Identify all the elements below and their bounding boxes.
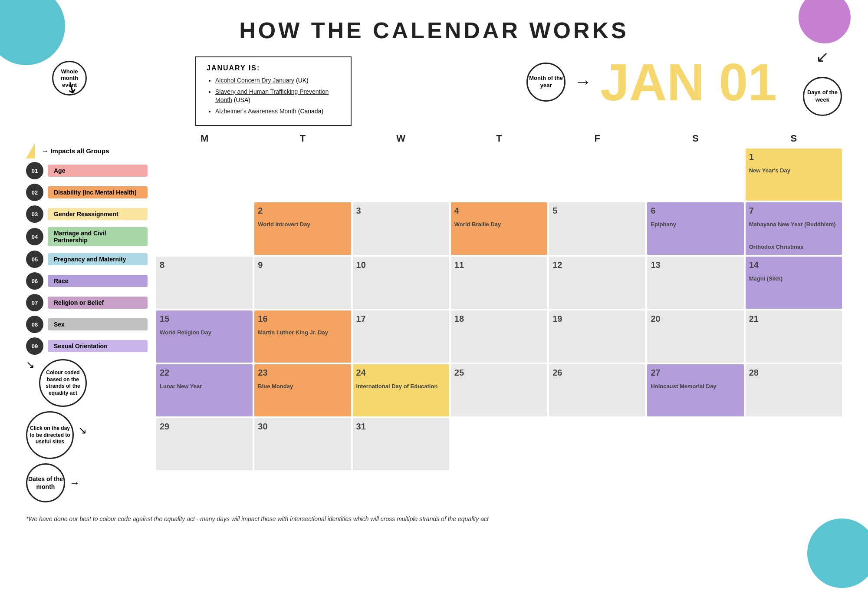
cal-header-cell: T <box>254 130 351 147</box>
trafficking-link[interactable]: Slavery and Human Trafficking Prevention… <box>215 88 329 104</box>
legend-item: 05 Pregnancy and Maternity <box>26 251 148 268</box>
dates-arrow: → <box>69 477 80 489</box>
legend-item: 04 Marriage and Civil Partnership <box>26 227 148 246</box>
cal-cell-day-22[interactable]: 22Lunar New Year <box>156 364 253 416</box>
cal-cell-day-27[interactable]: 27Holocaust Memorial Day <box>647 364 743 416</box>
january-events-list: Alcohol Concern Dry January (UK) Slavery… <box>207 76 340 116</box>
cal-cell-day-14[interactable]: 14Maghi (Sikh) <box>746 257 842 309</box>
legend-num: 04 <box>26 228 43 245</box>
deco-circle-bottom-right <box>807 518 868 588</box>
colour-annotation-bubble: Colour coded based on the strands of the… <box>39 359 87 407</box>
cal-cell-day-3[interactable]: 3 <box>353 202 449 255</box>
legend-label: Religion or Belief <box>48 297 148 309</box>
alzheimers-link[interactable]: Alzheimer's Awareness Month <box>215 108 296 115</box>
month-display: Month of the year → JAN 01 ↙ Days of the… <box>365 48 842 116</box>
calendar-header: MTWTFSS <box>156 130 842 147</box>
cal-cell-empty <box>746 418 842 470</box>
january-heading: JANUARY IS: <box>207 64 340 72</box>
cal-cell-day-20[interactable]: 20 <box>647 310 743 363</box>
click-annotation-area: Click on the day to be directed to usefu… <box>26 411 148 459</box>
cal-cell-day-26[interactable]: 26 <box>549 364 645 416</box>
cal-cell-day-6[interactable]: 6Epiphany <box>647 202 743 255</box>
legend-label: Age <box>48 165 148 177</box>
calendar-row-1: 1 New Year's Day <box>156 149 842 201</box>
cal-cell-day-24[interactable]: 24International Day of Education <box>353 364 449 416</box>
cal-cell-empty <box>647 418 743 470</box>
legend-label: Sexual Orientation <box>48 340 148 352</box>
yellow-triangle-icon <box>26 143 35 158</box>
legend-label: Marriage and Civil Partnership <box>48 227 148 246</box>
calendar-row-6: 293031 <box>156 418 842 470</box>
calendar-grid-container: MTWTFSS 1 New Year's Day 2World Introver… <box>156 130 842 502</box>
impacts-annotation: → Impacts all Groups <box>26 143 148 158</box>
jan-01-display: JAN 01 <box>600 56 777 108</box>
cal-cell-day-21[interactable]: 21 <box>746 310 842 363</box>
cal-cell-empty <box>451 149 547 201</box>
cal-cell-day-31[interactable]: 31 <box>353 418 449 470</box>
legend-num: 03 <box>26 205 43 223</box>
cal-cell-empty <box>353 149 449 201</box>
cal-cell-day-12[interactable]: 12 <box>549 257 645 309</box>
dry-january-link[interactable]: Alcohol Concern Dry January <box>215 77 294 84</box>
cal-cell-day-19[interactable]: 19 <box>549 310 645 363</box>
legend-num: 06 <box>26 272 43 290</box>
cal-cell-day-10[interactable]: 10 <box>353 257 449 309</box>
calendar-rows: 2World Introvert Day34World Braille Day5… <box>156 202 842 470</box>
cal-cell-day-25[interactable]: 25 <box>451 364 547 416</box>
legend-num: 05 <box>26 251 43 268</box>
legend-item: 08 Sex <box>26 316 148 333</box>
cal-cell-empty <box>549 149 645 201</box>
cal-cell-day-18[interactable]: 18 <box>451 310 547 363</box>
cal-cell-day-9[interactable]: 9 <box>254 257 351 309</box>
dates-annotation-area: Dates of the month → <box>26 463 148 502</box>
top-section: Whole month event ↘ JANUARY IS: Alcohol … <box>0 52 868 126</box>
cal-cell-day-4[interactable]: 4World Braille Day <box>451 202 547 255</box>
cal-cell-day-30[interactable]: 30 <box>254 418 351 470</box>
month-arrow: → <box>574 72 592 92</box>
cal-cell-day-29[interactable]: 29 <box>156 418 253 470</box>
cal-cell-day-5[interactable]: 5 <box>549 202 645 255</box>
january-event-2[interactable]: Slavery and Human Trafficking Prevention… <box>215 88 340 105</box>
legend-item: 06 Race <box>26 272 148 290</box>
footnote: *We have done our best to colour code ag… <box>0 511 868 527</box>
corner-triangle-icon <box>436 403 449 416</box>
legend-item: 03 Gender Reassignment <box>26 205 148 223</box>
calendar-row-2: 2World Introvert Day34World Braille Day5… <box>156 202 842 255</box>
cal-cell-empty <box>451 418 547 470</box>
january-event-1[interactable]: Alcohol Concern Dry January (UK) <box>215 76 340 85</box>
legend-label: Disability (Inc Mental Health) <box>48 186 148 198</box>
calendar-section: → Impacts all Groups 01 Age 02 Disabilit… <box>0 126 868 507</box>
cal-cell-day-2[interactable]: 2World Introvert Day <box>254 202 351 255</box>
legend-num: 01 <box>26 162 43 179</box>
cal-cell-empty <box>254 149 351 201</box>
cal-cell-day-17[interactable]: 17 <box>353 310 449 363</box>
corner-triangle-icon <box>829 188 842 201</box>
legend-item: 07 Religion or Belief <box>26 294 148 311</box>
cal-cell-day-15[interactable]: 15World Religion Day <box>156 310 253 363</box>
cal-cell-day-7[interactable]: 7Mahayana New Year (Buddhism)Orthodox Ch… <box>746 202 842 255</box>
legend-label: Gender Reassignment <box>48 208 148 220</box>
cal-cell-day-16[interactable]: 16Martin Luther King Jr. Day <box>254 310 351 363</box>
cal-cell-day-11[interactable]: 11 <box>451 257 547 309</box>
legend-label: Pregnancy and Maternity <box>48 253 148 265</box>
click-arrow: ↘ <box>78 424 87 436</box>
cal-cell-empty <box>647 149 743 201</box>
legend-num: 07 <box>26 294 43 311</box>
cal-cell-day-8[interactable]: 8 <box>156 257 253 309</box>
cal-header-cell: W <box>353 130 449 147</box>
cal-cell-day-1[interactable]: 1 New Year's Day <box>746 149 842 201</box>
january-event-3[interactable]: Alzheimer's Awareness Month (Canada) <box>215 107 340 116</box>
legend-item: 02 Disability (Inc Mental Health) <box>26 184 148 201</box>
cal-cell-empty <box>156 202 253 255</box>
legend-num: 09 <box>26 337 43 355</box>
legend: → Impacts all Groups 01 Age 02 Disabilit… <box>26 130 148 502</box>
cal-cell-day-28[interactable]: 28 <box>746 364 842 416</box>
calendar-row-3: 891011121314Maghi (Sikh) <box>156 257 842 309</box>
cal-cell-day-23[interactable]: 23Blue Monday <box>254 364 351 416</box>
legend-item: 09 Sexual Orientation <box>26 337 148 355</box>
legend-label: Sex <box>48 318 148 330</box>
cal-header-cell: S <box>647 130 743 147</box>
legend-item: 01 Age <box>26 162 148 179</box>
cal-cell-empty <box>549 418 645 470</box>
cal-cell-day-13[interactable]: 13 <box>647 257 743 309</box>
